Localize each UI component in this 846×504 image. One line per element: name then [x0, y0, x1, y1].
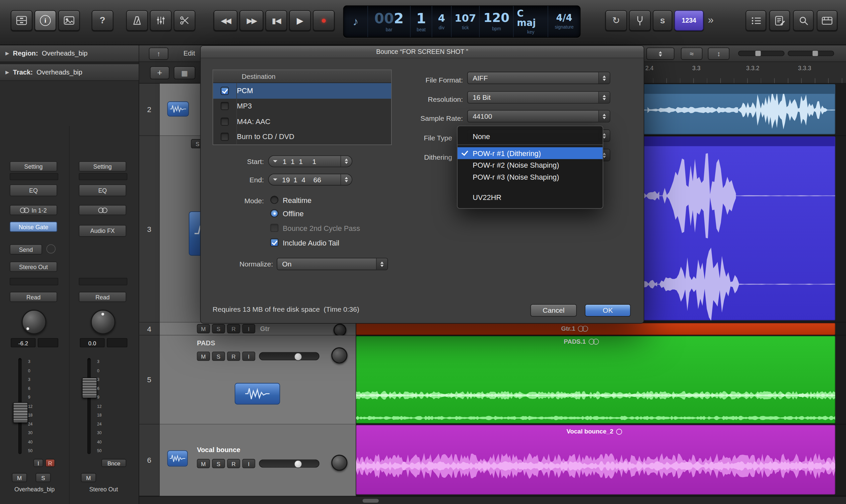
track6-volume-slider[interactable]: [259, 460, 319, 467]
nudge-stepper[interactable]: [646, 48, 674, 60]
region-thumb-icon[interactable]: [168, 450, 188, 467]
track6-header[interactable]: Vocal bounce M S R I: [160, 425, 356, 496]
track4-name[interactable]: Gtr: [260, 325, 269, 333]
record-button[interactable]: ●: [313, 10, 334, 31]
track6-solo-button[interactable]: S: [212, 459, 225, 468]
vertical-zoom-button[interactable]: ↕: [708, 48, 729, 60]
track5-input-button[interactable]: I: [242, 352, 255, 361]
m4a-checkbox[interactable]: [221, 118, 229, 125]
channel1-volume-value[interactable]: -6.2: [11, 338, 36, 347]
horizontal-scrollbar[interactable]: [139, 496, 846, 504]
track6-input-button[interactable]: I: [242, 459, 255, 468]
track5-mute-button[interactable]: M: [197, 352, 210, 361]
region-thumb-icon[interactable]: [168, 102, 189, 116]
channel2-bounce-button[interactable]: Bnce: [102, 459, 126, 467]
track-inspector-header[interactable]: ▶ Track: Overheads_bip: [0, 64, 139, 81]
slider-thumb[interactable]: [755, 50, 761, 57]
track-options-button[interactable]: ▦: [174, 66, 195, 79]
channel2-fader-track[interactable]: [88, 358, 91, 454]
track5-name[interactable]: PADS: [197, 339, 215, 347]
sample-rate-select[interactable]: 44100: [467, 110, 610, 122]
channel1-input-button[interactable]: In 1-2: [10, 205, 57, 215]
slider-thumb[interactable]: [294, 353, 302, 361]
list-editors-button[interactable]: [745, 10, 766, 31]
channel1-send-button[interactable]: Send: [10, 244, 42, 254]
menu-item-powr3[interactable]: POW-r #3 (Noise Shaping): [458, 171, 603, 183]
realtime-radio[interactable]: [270, 196, 278, 203]
track5-pan-knob[interactable]: [331, 347, 348, 364]
channel1-mute-button[interactable]: M: [12, 473, 27, 482]
more-chevron[interactable]: »: [708, 14, 713, 26]
channel2-eq-button[interactable]: EQ: [79, 184, 126, 196]
track5-solo-button[interactable]: S: [212, 352, 225, 361]
track4-pan-knob[interactable]: [334, 324, 347, 337]
track4-region[interactable]: Gtr.1: [356, 323, 835, 335]
edit-menu-button[interactable]: Edit: [183, 50, 195, 57]
channel1-read-button[interactable]: Read: [10, 292, 57, 302]
channel2-volume-value[interactable]: 0.0: [80, 338, 105, 347]
channel2-audio-fx-button[interactable]: Audio FX: [79, 225, 126, 237]
end-stepper[interactable]: 19 1 4 66: [268, 174, 352, 186]
mp3-checkbox[interactable]: [221, 102, 229, 110]
channel1-solo-button[interactable]: S: [36, 473, 51, 482]
channel1-noise-gate-button[interactable]: Noise Gate: [10, 221, 57, 232]
vertical-zoom-slider[interactable]: [738, 51, 785, 56]
track6-mute-button[interactable]: M: [197, 459, 210, 468]
track4-record-button[interactable]: R: [227, 324, 240, 333]
channel2-read-button[interactable]: Read: [79, 292, 126, 302]
track4-mute-button[interactable]: M: [197, 324, 210, 333]
track4-input-button[interactable]: I: [242, 324, 255, 333]
channel1-output-button[interactable]: Stereo Out: [10, 262, 57, 272]
dialog-title-bar[interactable]: Bounce “FOR SCREEN SHOT ”: [201, 46, 644, 58]
inspector-button[interactable]: i: [35, 10, 56, 31]
ok-button[interactable]: OK: [585, 304, 631, 317]
slider-thumb[interactable]: [294, 460, 302, 468]
tuner-button[interactable]: [629, 10, 651, 31]
track5-header[interactable]: PADS M S R I: [160, 335, 356, 424]
channel1-fader-handle[interactable]: [13, 402, 28, 423]
region-inspector-header[interactable]: ▶ Region: Overheads_bip: [0, 45, 139, 62]
rewind-button[interactable]: ◀◀: [214, 10, 237, 31]
cancel-button[interactable]: Cancel: [530, 304, 577, 317]
metronome-button[interactable]: [126, 10, 148, 31]
media-button[interactable]: [58, 10, 80, 31]
channel2-pan-knob[interactable]: [90, 310, 116, 335]
solo-button[interactable]: S: [653, 10, 672, 31]
add-track-button[interactable]: +: [150, 66, 170, 79]
track6-record-button[interactable]: R: [227, 459, 240, 468]
channel1-input-monitor-button[interactable]: I: [34, 459, 43, 467]
slider-thumb[interactable]: [812, 50, 818, 57]
play-button[interactable]: ▶: [289, 10, 311, 31]
channel2-fader-handle[interactable]: [82, 378, 97, 398]
stepper-arrows[interactable]: [340, 156, 352, 167]
track5-region[interactable]: PADS.1: [356, 336, 835, 424]
menu-item-uv22hr[interactable]: UV22HR: [458, 192, 603, 203]
offline-radio[interactable]: [270, 209, 278, 217]
send-knob[interactable]: [46, 244, 56, 253]
channel2-setting-button[interactable]: Setting: [79, 161, 126, 172]
track6-pan-knob[interactable]: [331, 455, 348, 471]
start-stepper[interactable]: 1 1 1 1: [268, 155, 352, 167]
region-thumb-icon[interactable]: [235, 383, 280, 404]
file-format-select[interactable]: AIFF: [467, 72, 610, 84]
stepper-arrows[interactable]: [340, 174, 352, 185]
note-pad-button[interactable]: [770, 10, 790, 31]
mixer-button[interactable]: [150, 10, 172, 31]
channel1-setting-button[interactable]: Setting: [10, 161, 57, 172]
library-button[interactable]: [11, 10, 32, 31]
pcm-checkbox[interactable]: [221, 87, 229, 95]
track6-region[interactable]: Vocal bounce_2: [356, 425, 835, 494]
loop-browser-button[interactable]: [793, 10, 814, 31]
resolution-select[interactable]: 16 Bit: [467, 91, 610, 104]
channel2-mute-button[interactable]: M: [81, 473, 96, 482]
count-in-button[interactable]: 1234: [674, 10, 704, 31]
channel1-record-enable-button[interactable]: R: [45, 459, 55, 467]
cycle-button[interactable]: ↻: [605, 10, 627, 31]
channel1-pan-knob[interactable]: [22, 310, 47, 335]
scrollbar-thumb[interactable]: [363, 499, 379, 503]
scroll-up-button[interactable]: ↑: [149, 48, 168, 60]
horizontal-zoom-slider[interactable]: [788, 51, 834, 56]
forward-button[interactable]: ▶▶: [240, 10, 263, 31]
quick-help-button[interactable]: ?: [92, 10, 113, 31]
track4-solo-button[interactable]: S: [212, 324, 225, 333]
